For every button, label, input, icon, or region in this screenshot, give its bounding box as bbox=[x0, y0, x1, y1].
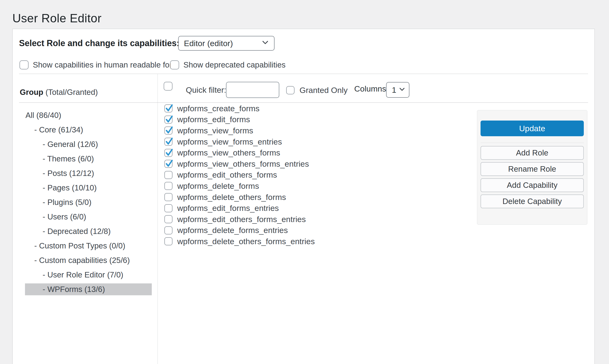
group-item-posts[interactable]: - Posts (12/12) bbox=[25, 166, 152, 181]
group-item-plugins[interactable]: - Plugins (5/0) bbox=[25, 195, 152, 209]
capability-label: wpforms_edit_others_forms bbox=[177, 170, 277, 180]
capability-checkbox[interactable] bbox=[164, 160, 172, 168]
capability-checkbox[interactable] bbox=[164, 127, 172, 135]
capability-label: wpforms_edit_others_forms_entries bbox=[177, 215, 306, 224]
capability-checkbox[interactable] bbox=[164, 182, 172, 190]
columns-select-value: 1 bbox=[392, 85, 396, 95]
capability-row[interactable]: wpforms_create_forms bbox=[164, 103, 315, 114]
capability-label: wpforms_delete_forms_entries bbox=[177, 226, 288, 235]
capability-checkbox[interactable] bbox=[164, 193, 172, 201]
capability-checkbox[interactable] bbox=[164, 116, 172, 124]
capability-list: wpforms_create_forms wpforms_edit_forms … bbox=[164, 103, 315, 247]
deprecated-checkbox[interactable] bbox=[170, 60, 179, 69]
role-selector-label: Select Role and change its capabilities: bbox=[19, 38, 179, 48]
capability-label: wpforms_delete_others_forms bbox=[177, 193, 286, 202]
deprecated-label: Show deprecated capabilities bbox=[184, 60, 285, 69]
group-item-pages[interactable]: - Pages (10/10) bbox=[25, 181, 152, 195]
capability-row[interactable]: wpforms_view_others_forms bbox=[164, 147, 315, 158]
page-title: User Role Editor bbox=[12, 12, 102, 25]
checkmark-icon bbox=[165, 126, 173, 135]
checkmark-icon bbox=[165, 148, 173, 157]
capability-row[interactable]: wpforms_edit_forms bbox=[164, 114, 315, 125]
capability-label: wpforms_edit_forms_entries bbox=[177, 204, 279, 213]
group-header: Group (Total/Granted) bbox=[20, 88, 98, 97]
group-item-custom-post-types[interactable]: - Custom Post Types (0/0) bbox=[25, 238, 152, 253]
user-role-editor-panel: Select Role and change its capabilities:… bbox=[12, 29, 595, 364]
group-item-custom-capabilities[interactable]: - Custom capabilities (25/6) bbox=[25, 253, 152, 267]
capability-row[interactable]: wpforms_edit_forms_entries bbox=[164, 203, 315, 214]
rename-role-button[interactable]: Rename Role bbox=[480, 162, 584, 176]
capability-checkbox[interactable] bbox=[164, 226, 172, 234]
human-readable-toggle[interactable]: Show capabilities in human readable form bbox=[20, 60, 179, 70]
group-item-deprecated[interactable]: - Deprecated (12/8) bbox=[25, 224, 152, 238]
divider bbox=[19, 103, 588, 103]
capability-row[interactable]: wpforms_edit_others_forms bbox=[164, 169, 315, 181]
capability-row[interactable]: wpforms_edit_others_forms_entries bbox=[164, 214, 315, 225]
columns-select[interactable]: 1 bbox=[386, 82, 410, 98]
group-item-wpforms[interactable]: - WPForms (13/6) bbox=[25, 283, 152, 295]
group-item-all[interactable]: All (86/40) bbox=[25, 108, 152, 122]
group-item-core[interactable]: - Core (61/34) bbox=[25, 122, 152, 137]
group-header-note: (Total/Granted) bbox=[43, 88, 98, 97]
capability-checkbox[interactable] bbox=[164, 149, 172, 157]
capability-label: wpforms_delete_others_forms_entries bbox=[177, 237, 315, 246]
capability-checkbox[interactable] bbox=[164, 104, 172, 112]
role-selector-row: Select Role and change its capabilities: bbox=[19, 36, 179, 51]
capability-row[interactable]: wpforms_view_forms_entries bbox=[164, 136, 315, 147]
capability-label: wpforms_view_others_forms bbox=[177, 148, 280, 157]
capability-checkbox[interactable] bbox=[164, 171, 172, 179]
capability-row[interactable]: wpforms_delete_others_forms bbox=[164, 192, 315, 203]
role-select[interactable]: Editor (editor) bbox=[178, 36, 275, 51]
granted-only-checkbox[interactable] bbox=[286, 86, 294, 94]
quick-filter-label: Quick filter: bbox=[186, 82, 226, 98]
chevron-down-icon bbox=[261, 38, 269, 48]
select-all-checkbox[interactable] bbox=[164, 82, 172, 91]
quick-filter-input[interactable] bbox=[226, 82, 279, 98]
capability-row[interactable]: wpforms_delete_forms_entries bbox=[164, 225, 315, 236]
delete-capability-button[interactable]: Delete Capability bbox=[480, 195, 584, 208]
divider bbox=[480, 143, 584, 143]
capability-label: wpforms_edit_forms bbox=[177, 115, 250, 124]
capability-checkbox[interactable] bbox=[164, 204, 172, 212]
capability-checkbox[interactable] bbox=[164, 215, 172, 223]
add-capability-button[interactable]: Add Capability bbox=[480, 178, 584, 192]
capability-label: wpforms_view_forms bbox=[177, 126, 253, 135]
group-item-themes[interactable]: - Themes (6/0) bbox=[25, 151, 152, 166]
checkmark-icon bbox=[165, 137, 173, 146]
capability-checkbox[interactable] bbox=[164, 237, 172, 245]
human-readable-label: Show capabilities in human readable form bbox=[33, 60, 179, 69]
deprecated-toggle[interactable]: Show deprecated capabilities bbox=[170, 60, 285, 70]
divider bbox=[19, 74, 588, 74]
human-readable-checkbox[interactable] bbox=[20, 60, 28, 69]
capability-row[interactable]: wpforms_delete_forms bbox=[164, 181, 315, 192]
checkmark-icon bbox=[165, 104, 173, 112]
group-tree: All (86/40) - Core (61/34) - General (12… bbox=[25, 108, 152, 297]
capability-label: wpforms_create_forms bbox=[177, 104, 260, 113]
capability-label: wpforms_view_others_forms_entries bbox=[177, 159, 309, 169]
role-select-value: Editor (editor) bbox=[184, 39, 233, 48]
columns-label: Columns: bbox=[354, 81, 388, 96]
user-role-editor-page: User Role Editor Select Role and change … bbox=[0, 0, 609, 364]
group-item-users[interactable]: - Users (6/0) bbox=[25, 209, 152, 224]
group-item-user-role-editor[interactable]: - User Role Editor (7/0) bbox=[25, 267, 152, 282]
granted-only-label: Granted Only bbox=[300, 83, 347, 97]
capability-row[interactable]: wpforms_view_forms bbox=[164, 125, 315, 136]
actions-panel: Update Add Role Rename Role Add Capabili… bbox=[477, 110, 587, 225]
capability-checkbox[interactable] bbox=[164, 138, 172, 146]
group-header-title: Group bbox=[20, 88, 43, 97]
add-role-button[interactable]: Add Role bbox=[480, 146, 584, 160]
update-button[interactable]: Update bbox=[480, 120, 584, 136]
column-divider bbox=[158, 74, 158, 364]
capability-label: wpforms_view_forms_entries bbox=[177, 137, 282, 146]
capability-row[interactable]: wpforms_view_others_forms_entries bbox=[164, 158, 315, 169]
checkmark-icon bbox=[165, 115, 173, 124]
chevron-down-icon bbox=[398, 85, 406, 95]
capability-row[interactable]: wpforms_delete_others_forms_entries bbox=[164, 236, 315, 247]
checkmark-icon bbox=[165, 159, 173, 168]
action-buttons: Add Role Rename Role Add Capability Dele… bbox=[477, 146, 584, 208]
group-item-general[interactable]: - General (12/6) bbox=[25, 137, 152, 151]
capability-label: wpforms_delete_forms bbox=[177, 182, 259, 191]
